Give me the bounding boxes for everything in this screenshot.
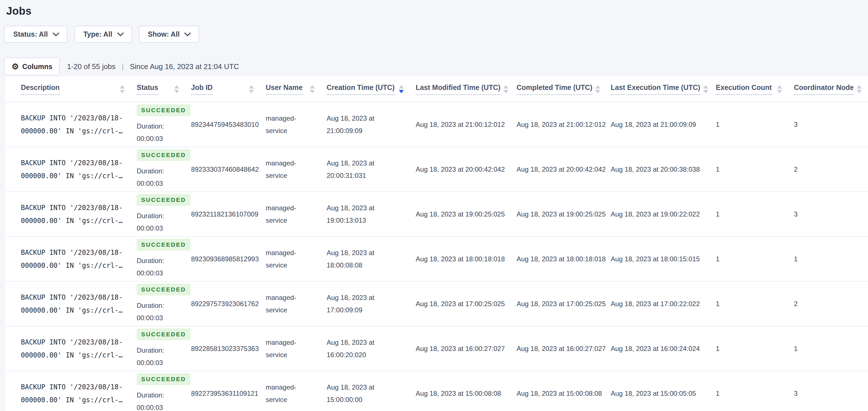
job-description-link[interactable]: BACKUP INTO '/2023/08/18-000000.00' IN '…: [21, 201, 125, 227]
coordinator-node-value: 3: [794, 389, 868, 398]
table-row[interactable]: BACKUP INTO '/2023/08/18-000000.00' IN '…: [5, 147, 868, 192]
execution-count-value: 1: [716, 345, 788, 353]
sort-icon[interactable]: [310, 85, 315, 93]
jobs-table: DescriptionStatusJob IDUser NameCreation…: [5, 77, 868, 411]
cell-completed-time: Aug 18, 2023 at 20:00:42:042: [511, 147, 605, 192]
cell-execution-count: 1: [710, 371, 788, 411]
column-header-coordinator-node[interactable]: Coordinator Node: [788, 77, 868, 102]
completed-time-value: Aug 18, 2023 at 20:00:42:042: [517, 166, 605, 173]
job-description-link[interactable]: BACKUP INTO '/2023/08/18-000000.00' IN '…: [21, 246, 125, 272]
cell-description: BACKUP INTO '/2023/08/18-000000.00' IN '…: [5, 102, 131, 147]
execution-count-value: 1: [716, 121, 788, 128]
user-name-value: managed-service: [266, 381, 300, 406]
job-id-value: 892344759453483010: [191, 121, 260, 128]
column-header-last-modified-time-utc[interactable]: Last Modified Time (UTC): [410, 77, 511, 102]
column-header-completed-time-utc[interactable]: Completed Time (UTC): [511, 77, 605, 102]
job-duration: Duration: 00:00:03: [137, 255, 179, 280]
cell-status: SUCCEEDEDDuration: 00:00:03: [131, 192, 185, 236]
sort-icon[interactable]: [249, 85, 254, 93]
execution-count-value: 1: [716, 255, 788, 263]
execution-count-value: 1: [716, 300, 788, 308]
table-row[interactable]: BACKUP INTO '/2023/08/18-000000.00' IN '…: [5, 326, 868, 371]
cell-status: SUCCEEDEDDuration: 00:00:03: [131, 326, 185, 371]
job-id-value: 892321182136107009: [191, 210, 260, 218]
cell-creation-time: Aug 18, 2023 at 20:00:31:031: [321, 147, 410, 192]
cell-creation-time: Aug 18, 2023 at 18:00:08:08: [321, 236, 410, 281]
sort-icon[interactable]: [857, 85, 862, 93]
sort-desc-arrow-icon: [777, 90, 782, 93]
column-header-user-name[interactable]: User Name: [260, 77, 321, 102]
job-description-link[interactable]: BACKUP INTO '/2023/08/18-000000.00' IN '…: [21, 291, 125, 317]
column-header-inner: Coordinator Node: [794, 83, 868, 95]
sort-asc-arrow-icon: [174, 85, 179, 89]
status-badge: SUCCEEDED: [137, 284, 190, 295]
table-row[interactable]: BACKUP INTO '/2023/08/18-000000.00' IN '…: [5, 236, 868, 281]
column-header-last-execution-time-utc[interactable]: Last Execution Time (UTC): [605, 77, 710, 102]
cell-last-execution-time: Aug 18, 2023 at 19:00:22:022: [605, 192, 710, 236]
separator: |: [122, 62, 124, 71]
type-filter-dropdown[interactable]: Type: All: [74, 26, 132, 43]
cell-execution-count: 1: [710, 102, 788, 147]
status-badge-wrap: SUCCEEDED: [137, 328, 185, 344]
table-row[interactable]: BACKUP INTO '/2023/08/18-000000.00' IN '…: [5, 102, 868, 147]
cell-last-modified-time: Aug 18, 2023 at 17:00:25:025: [410, 281, 511, 326]
job-description-link[interactable]: BACKUP INTO '/2023/08/18-000000.00' IN '…: [21, 156, 125, 182]
table-row[interactable]: BACKUP INTO '/2023/08/18-000000.00' IN '…: [5, 371, 868, 411]
cell-coordinator-node: 3: [788, 192, 868, 236]
cell-coordinator-node: 3: [788, 102, 868, 147]
coordinator-node-value: 1: [794, 255, 868, 263]
job-description-link[interactable]: BACKUP INTO '/2023/08/18-000000.00' IN '…: [21, 336, 125, 362]
sort-icon[interactable]: [595, 85, 600, 93]
cell-creation-time: Aug 18, 2023 at 16:00:20:020: [321, 326, 410, 371]
cell-last-execution-time: Aug 18, 2023 at 15:00:05:05: [605, 371, 710, 411]
creation-time-value: Aug 18, 2023 at 15:00:00:00: [327, 381, 387, 406]
columns-button[interactable]: ⚙ Columns: [4, 58, 60, 76]
table-row[interactable]: BACKUP INTO '/2023/08/18-000000.00' IN '…: [5, 281, 868, 326]
column-header-description[interactable]: Description: [5, 77, 131, 102]
column-header-label: Completed Time (UTC): [517, 83, 592, 95]
completed-time-value: Aug 18, 2023 at 21:00:12:012: [517, 121, 605, 128]
creation-time-value: Aug 18, 2023 at 20:00:31:031: [327, 157, 387, 182]
column-header-job-id[interactable]: Job ID: [185, 77, 260, 102]
job-description-link[interactable]: BACKUP INTO '/2023/08/18-000000.00' IN '…: [21, 112, 125, 138]
gear-icon: ⚙: [11, 63, 19, 71]
completed-time-value: Aug 18, 2023 at 15:00:08:08: [517, 389, 605, 398]
column-header-status[interactable]: Status: [131, 77, 185, 102]
column-header-label: Coordinator Node: [794, 83, 854, 95]
status-badge: SUCCEEDED: [137, 149, 190, 161]
job-id-value: 892285813023375363: [191, 345, 260, 353]
sort-desc-arrow-icon: [310, 90, 315, 93]
sort-icon[interactable]: [503, 85, 508, 93]
status-badge-wrap: SUCCEEDED: [137, 239, 185, 255]
cell-status: SUCCEEDEDDuration: 00:00:03: [131, 371, 185, 411]
sort-icon[interactable]: [174, 85, 179, 93]
table-toolbar: ⚙ Columns 1-20 of 55 jobs | Since Aug 16…: [4, 58, 868, 76]
user-name-value: managed-service: [266, 336, 300, 361]
sort-icon[interactable]: [399, 85, 404, 93]
job-id-value: 892273953631109121: [191, 389, 260, 398]
execution-count-value: 1: [716, 166, 788, 173]
cell-user-name: managed-service: [260, 102, 321, 147]
last-modified-value: Aug 18, 2023 at 15:00:08:08: [416, 389, 511, 398]
coordinator-node-value: 3: [794, 210, 868, 218]
user-name-value: managed-service: [266, 202, 300, 227]
column-header-creation-time-utc[interactable]: Creation Time (UTC): [321, 77, 410, 102]
cell-coordinator-node: 2: [788, 147, 868, 192]
execution-count-value: 1: [716, 210, 788, 218]
chevron-down-icon: [117, 30, 124, 36]
sort-icon[interactable]: [703, 85, 708, 93]
table-row[interactable]: BACKUP INTO '/2023/08/18-000000.00' IN '…: [5, 192, 868, 236]
job-duration: Duration: 00:00:03: [137, 344, 179, 369]
cell-completed-time: Aug 18, 2023 at 19:00:25:025: [511, 192, 605, 236]
creation-time-value: Aug 18, 2023 at 18:00:08:08: [327, 247, 387, 271]
show-filter-dropdown[interactable]: Show: All: [139, 26, 199, 43]
column-header-label: Last Execution Time (UTC): [611, 83, 700, 95]
cell-last-modified-time: Aug 18, 2023 at 21:00:12:012: [410, 102, 511, 147]
sort-icon[interactable]: [777, 85, 782, 93]
column-header-execution-count[interactable]: Execution Count: [710, 77, 788, 102]
column-header-inner: Creation Time (UTC): [327, 83, 410, 95]
sort-icon[interactable]: [120, 85, 125, 93]
job-description-link[interactable]: BACKUP INTO '/2023/08/18-000000.00' IN '…: [21, 381, 125, 407]
execution-count-value: 1: [716, 389, 788, 398]
status-filter-dropdown[interactable]: Status: All: [4, 26, 67, 43]
